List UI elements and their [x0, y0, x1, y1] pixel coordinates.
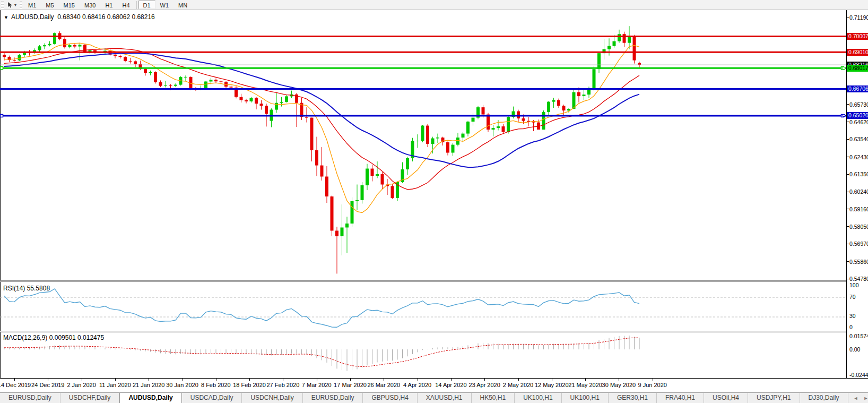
date-tick-mark	[82, 379, 82, 381]
timeframe-button-mn[interactable]: MN	[173, 1, 192, 9]
candle-body	[507, 117, 510, 132]
candle-body	[628, 37, 631, 43]
candle-body	[43, 45, 46, 46]
candle-body	[341, 227, 344, 236]
chart-tab-hk50-h1[interactable]: HK50,H1	[472, 393, 515, 403]
price-chart-canvas[interactable]	[0, 10, 846, 280]
rsi-line	[4, 289, 639, 327]
date-tick-mark	[585, 379, 586, 381]
price-tick-mark	[847, 261, 849, 262]
timeframe-button-h4[interactable]: H4	[117, 1, 134, 9]
candle-body	[391, 186, 394, 198]
price-tick-label: 0.60240	[849, 188, 868, 195]
chart-tab-eurusd-daily[interactable]: EURUSD,Daily	[0, 393, 60, 403]
candle-body	[452, 145, 455, 153]
hline-price-label-0.66706: 0.66706	[847, 85, 868, 92]
date-tick-mark	[249, 379, 250, 381]
candle-body	[597, 53, 601, 69]
price-tick-label: 0.56970	[849, 241, 868, 247]
candle-body	[255, 98, 258, 104]
chart-tab-dj30-daily[interactable]: DJ30,Daily	[800, 393, 848, 403]
chart-tab-eurusd-daily[interactable]: EURUSD,Daily	[303, 393, 363, 403]
price-tick-label: 0.62430	[849, 154, 868, 160]
chart-tab-xauusd-h1[interactable]: XAUUSD,H1	[418, 393, 472, 403]
candle-body	[169, 85, 172, 86]
date-label: 12 May 2020	[535, 382, 569, 388]
chart-ohlc-values: 0.68340 0.68416 0.68062 0.68216	[57, 13, 155, 21]
chart-tab-ger30-h1[interactable]: GER30,H1	[609, 393, 657, 403]
price-axis[interactable]: 0.711900.679200.657300.646200.635400.624…	[846, 10, 868, 378]
candle-body	[38, 46, 41, 50]
timeframe-button-h1[interactable]: H1	[100, 1, 117, 9]
candle-body	[436, 138, 439, 138]
date-tick-mark	[149, 379, 149, 381]
timeframe-button-m5[interactable]: M5	[41, 1, 58, 9]
tab-scroll-left-icon[interactable]: ◄	[854, 396, 858, 401]
date-axis[interactable]: 14 Dec 201924 Dec 20192 Jan 202011 Jan 2…	[0, 378, 868, 392]
price-tick-label: 0.59160	[849, 206, 868, 212]
rsi-indicator-label: RSI(14) 55.5808	[3, 285, 50, 292]
candle-body	[285, 96, 288, 102]
date-tick-mark	[115, 379, 116, 381]
candle-body	[547, 102, 550, 112]
price-tick-mark	[847, 18, 849, 18]
chart-tab-audusd-daily[interactable]: AUDUSD,Daily	[119, 393, 181, 403]
chart-tab-uk100-h1[interactable]: UK100,H1	[515, 393, 561, 403]
candle-body	[446, 142, 449, 152]
date-tick-mark	[518, 379, 519, 381]
toolbar-grip-2[interactable]	[20, 1, 22, 9]
chart-tab-usdchf-daily[interactable]: USDCHF,Daily	[60, 393, 120, 403]
timeframe-button-m30[interactable]: M30	[80, 1, 100, 9]
rsi-chart-canvas[interactable]	[0, 282, 846, 331]
tab-scroll-right-icon[interactable]: ►	[863, 396, 868, 401]
candle-body	[351, 201, 354, 224]
chart-tab-uk100-h1[interactable]: UK100,H1	[562, 393, 609, 403]
chart-tool-button[interactable]: ▾	[5, 1, 19, 10]
line-select-marker	[843, 67, 845, 70]
timeframe-button-w1[interactable]: W1	[155, 1, 174, 9]
price-tick-label: 0.61350	[849, 171, 868, 177]
line-select-marker	[843, 114, 845, 117]
date-tick-mark	[216, 379, 216, 381]
chart-tab-usdcad-daily[interactable]: USDCAD,Daily	[182, 393, 242, 403]
date-label: 2 May 2020	[503, 382, 533, 388]
hline-price-label-0.70007: 0.70007	[847, 33, 868, 40]
candle-body	[633, 37, 636, 61]
price-tick-mark	[847, 157, 849, 157]
toolbar-grip[interactable]	[1, 1, 4, 9]
candle-body	[174, 85, 177, 86]
price-tick-label: 0.71190	[849, 14, 868, 21]
candle-body	[310, 118, 314, 150]
chart-tab-gbpusd-h4[interactable]: GBPUSD,H4	[363, 393, 417, 403]
chart-tab-usdjpy-h1[interactable]: USDJPY,H1	[748, 393, 800, 403]
macd-chart-canvas[interactable]	[0, 332, 846, 378]
candle-body	[482, 107, 485, 114]
candle-body	[331, 196, 334, 230]
chart-tab-usdcnh-daily[interactable]: USDCNH,Daily	[242, 393, 302, 403]
candle-body	[381, 174, 384, 184]
chevron-down-icon[interactable]: ▾	[14, 3, 16, 7]
price-tick-mark	[847, 104, 849, 105]
macd-axis-label: 0.00	[849, 346, 860, 353]
date-label: 4 Apr 2020	[403, 382, 431, 388]
timeframe-button-d1[interactable]: D1	[138, 1, 155, 9]
date-tick-mark	[14, 379, 15, 381]
candle-body	[517, 112, 520, 118]
timeframe-button-m15[interactable]: M15	[59, 1, 80, 9]
candle-body	[618, 34, 621, 41]
price-tick-label: 0.55860	[849, 259, 868, 265]
chart-tab-bar: EURUSD,DailyUSDCHF,DailyAUDUSD,DailyUSDC…	[0, 392, 868, 403]
candle-body	[48, 44, 51, 45]
tab-scroll-arrows: ◄►	[848, 393, 868, 403]
candle-body	[79, 45, 82, 46]
date-label: 14 Apr 2020	[435, 382, 466, 388]
date-label: 27 Feb 2020	[267, 382, 300, 388]
candle-body	[280, 102, 283, 102]
date-label: 26 Mar 2020	[367, 382, 400, 388]
chart-tab-usoil-h4[interactable]: USOil,H4	[704, 393, 748, 403]
timeframe-button-m1[interactable]: M1	[23, 1, 41, 9]
chart-collapse-icon[interactable]: ▼	[4, 15, 8, 20]
candle-body	[421, 126, 424, 141]
chart-tab-fra40-h1[interactable]: FRA40,H1	[657, 393, 704, 403]
candle-body	[492, 128, 495, 130]
